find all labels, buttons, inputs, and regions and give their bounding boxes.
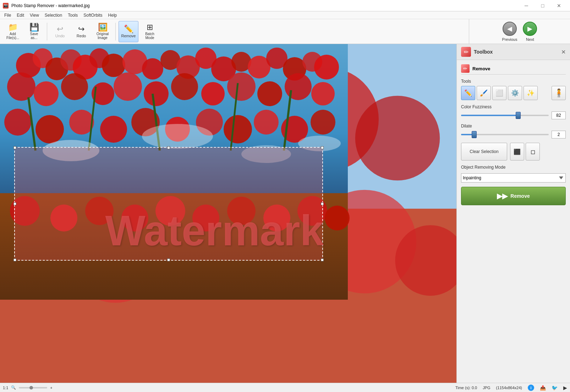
select-from-image-button[interactable]: ⬛: [510, 143, 524, 160]
svg-point-10: [142, 58, 163, 80]
remove-button[interactable]: ✏️ Remove: [119, 21, 138, 42]
dilate-thumb[interactable]: [472, 131, 477, 138]
svg-point-41: [254, 110, 279, 135]
svg-point-50: [50, 205, 77, 232]
redo-label: Redo: [77, 34, 86, 38]
zoom-icon: 🔍: [11, 385, 16, 390]
menu-softorbits[interactable]: SoftOrbits: [81, 12, 105, 18]
toolbox-title-area: ✏ Toolbox: [461, 47, 493, 57]
next-icon: ▶: [523, 22, 537, 36]
pencil-tool-button[interactable]: ✏️: [461, 86, 475, 100]
statusbar-left: 1:1 🔍 +: [3, 385, 53, 390]
separator-2: [115, 23, 116, 40]
svg-point-23: [61, 73, 88, 100]
main-area: Watermark ✏ Toolbox ✕ ✏ Remove Tools ✏️ …: [0, 44, 570, 383]
dilate-value[interactable]: 2: [552, 131, 566, 138]
color-fuzziness-row: 82: [461, 111, 566, 119]
svg-point-56: [263, 205, 290, 232]
color-fuzziness-thumb[interactable]: [516, 112, 521, 119]
menu-selection[interactable]: Selection: [42, 12, 65, 18]
clear-selection-button[interactable]: Clear Selection: [461, 143, 507, 160]
magic-wand-settings-button[interactable]: ⚙️: [508, 86, 522, 100]
zoom-plus-icon: +: [50, 386, 52, 390]
remove-label: Remove: [121, 34, 136, 38]
menu-view[interactable]: View: [27, 12, 42, 18]
titlebar-left: 📷 Photo Stamp Remover - watermarked.jpg: [3, 3, 90, 9]
brush-tool-button[interactable]: 🖌️: [477, 86, 491, 100]
svg-point-59: [43, 140, 99, 161]
svg-point-8: [102, 54, 125, 77]
undo-button[interactable]: ↩ Undo: [50, 21, 70, 42]
svg-point-26: [144, 81, 169, 106]
tools-section: Tools ✏️ 🖌️ ⬜ ⚙️ ✨ 🧍: [461, 79, 566, 100]
save-as-button[interactable]: 💾 Save as...: [24, 21, 44, 42]
navigation-area: ◀ Previous ▶ Next: [469, 19, 570, 44]
twitter-icon: 🐦: [552, 385, 558, 391]
previous-icon: ◀: [503, 22, 517, 36]
photo-svg: [0, 44, 456, 383]
dilate-slider[interactable]: [461, 131, 549, 138]
svg-point-34: [35, 115, 64, 143]
batch-mode-button[interactable]: ⊞ Batch Mode: [140, 21, 160, 42]
maximize-button[interactable]: □: [535, 0, 551, 11]
svg-point-29: [227, 72, 256, 101]
toolbox-panel: ✏ Toolbox ✕ ✏ Remove Tools ✏️ 🖌️ ⬜ ⚙️ ✨: [456, 44, 570, 383]
toolbox-title: Toolbox: [474, 49, 493, 55]
svg-point-28: [201, 82, 225, 105]
color-fuzziness-track: [461, 115, 549, 116]
svg-point-58: [325, 206, 350, 230]
object-removing-mode-select[interactable]: Inpainting Content Aware Fill Smart Fill: [461, 173, 566, 183]
deselect-button[interactable]: ◻: [526, 143, 540, 160]
select-from-image-icon: ⬛: [514, 148, 521, 155]
save-as-icon: 💾: [29, 23, 39, 31]
undo-icon: ↩: [57, 25, 63, 33]
titlebar-controls: ─ □ ✕: [518, 0, 567, 11]
tools-row: ✏️ 🖌️ ⬜ ⚙️ ✨ 🧍: [461, 86, 566, 100]
redo-button[interactable]: ↪ Redo: [71, 21, 91, 42]
remove-action-icon: ▶▶: [497, 192, 508, 200]
deselect-icon: ◻: [531, 148, 535, 155]
next-button[interactable]: ▶ Next: [523, 22, 537, 42]
app-icon: 📷: [3, 3, 9, 9]
photo-overlay: [0, 44, 456, 383]
object-removing-mode-section: Object Removing Mode Inpainting Content …: [461, 165, 566, 183]
previous-label: Previous: [502, 37, 517, 42]
svg-point-33: [4, 109, 31, 136]
color-fuzziness-value[interactable]: 82: [552, 111, 566, 119]
clear-selection-row: Clear Selection ⬛ ◻: [461, 143, 566, 160]
rectangle-select-tool-button[interactable]: ⬜: [492, 86, 506, 100]
toolbox-close-button[interactable]: ✕: [561, 49, 566, 55]
minimize-button[interactable]: ─: [518, 0, 535, 11]
menu-edit[interactable]: Edit: [14, 12, 27, 18]
person-stamp-tool-button[interactable]: 🧍: [552, 86, 566, 100]
menu-tools[interactable]: Tools: [65, 12, 81, 18]
menu-file[interactable]: File: [1, 12, 14, 18]
canvas-area[interactable]: Watermark: [0, 44, 456, 383]
zoom-label: 1:1: [3, 386, 8, 390]
toolbox-header: ✏ Toolbox ✕: [457, 44, 570, 60]
original-image-button[interactable]: 🖼️ Original Image: [93, 21, 113, 42]
zoom-slider-thumb[interactable]: [29, 386, 33, 390]
color-fuzziness-section: Color Fuzziness 82: [461, 104, 566, 119]
add-files-icon: 📁: [8, 23, 18, 31]
original-image-icon: 🖼️: [98, 23, 108, 31]
remove-section-header: ✏ Remove: [461, 64, 566, 75]
color-fuzziness-slider[interactable]: [461, 112, 549, 119]
previous-button[interactable]: ◀ Previous: [502, 22, 517, 42]
add-files-button[interactable]: 📁 Add File(s)...: [3, 21, 23, 42]
info-icon[interactable]: i: [528, 385, 534, 391]
menu-help[interactable]: Help: [105, 12, 120, 18]
remove-section-icon: ✏: [461, 64, 470, 73]
titlebar: 📷 Photo Stamp Remover - watermarked.jpg …: [0, 0, 570, 11]
svg-point-49: [10, 196, 40, 226]
toolbox-body: ✏ Remove Tools ✏️ 🖌️ ⬜ ⚙️ ✨ 🧍 Color Fuzz…: [457, 60, 570, 209]
next-label: Next: [526, 37, 534, 42]
zoom-slider[interactable]: [19, 387, 47, 388]
dilate-track: [461, 134, 549, 135]
close-button[interactable]: ✕: [551, 0, 567, 11]
svg-point-40: [224, 115, 252, 143]
magic-wand-tool-button[interactable]: ✨: [524, 86, 538, 100]
svg-point-54: [192, 205, 219, 232]
youtube-icon: ▶: [563, 385, 567, 391]
remove-action-button[interactable]: ▶▶ Remove: [461, 187, 566, 205]
